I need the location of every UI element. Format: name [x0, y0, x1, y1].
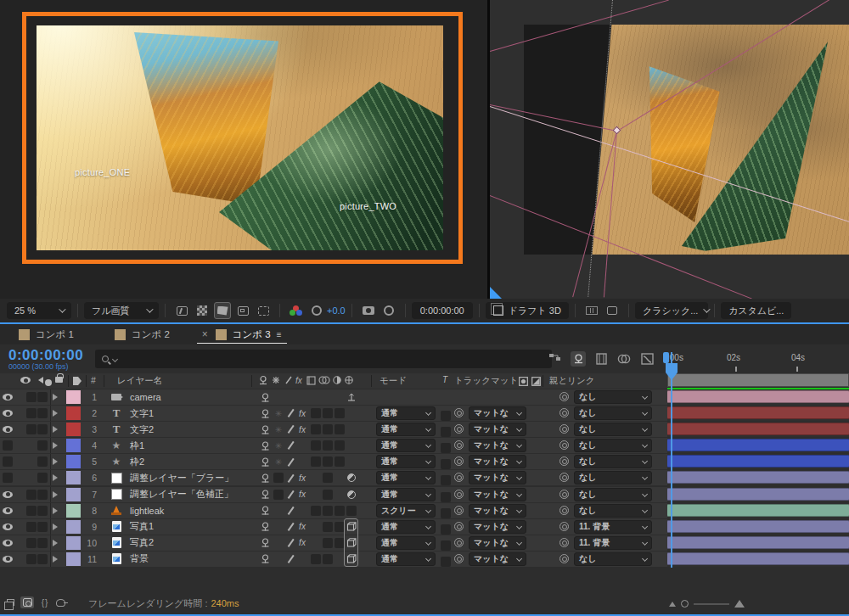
- sun-switch-icon[interactable]: ✳: [273, 440, 284, 451]
- track-matte-column-header[interactable]: トラックマット: [454, 375, 518, 387]
- layer-name[interactable]: camera: [130, 389, 161, 405]
- timeline-layer-bar[interactable]: [667, 439, 849, 451]
- layer-switches[interactable]: fx: [258, 470, 368, 485]
- magnification-dropdown[interactable]: 25 %: [7, 302, 71, 319]
- mode-column-header[interactable]: モード: [380, 375, 407, 387]
- draft-3d-button[interactable]: ドラフト 3D: [486, 302, 569, 319]
- lock-toggle[interactable]: [37, 438, 48, 453]
- well-switch-icon[interactable]: [311, 440, 321, 451]
- matte-pickwhip-icon[interactable]: [454, 440, 464, 450]
- parent-pickwhip-icon[interactable]: [559, 554, 569, 563]
- layer-row[interactable]: 4 ★ 枠1 ✳ 通常 マットな なし: [0, 438, 849, 453]
- video-toggle[interactable]: [3, 438, 13, 453]
- sun-switch-icon[interactable]: ✳: [273, 408, 284, 418]
- layer-row[interactable]: 6 調整レイヤー「ブラー」 fx 通常 マットな なし: [0, 470, 849, 485]
- blend-mode-dropdown[interactable]: 通常: [376, 423, 436, 436]
- timeline-layer-bar[interactable]: [667, 471, 849, 484]
- slash-switch-icon[interactable]: [285, 506, 295, 516]
- well-switch-icon[interactable]: [346, 506, 357, 516]
- parent-dropdown[interactable]: なし: [574, 552, 652, 566]
- close-tab-icon[interactable]: ×: [202, 328, 208, 340]
- label-color-swatch[interactable]: [66, 406, 81, 421]
- custom-3d-view[interactable]: [490, 0, 849, 299]
- expand-arrow-icon[interactable]: [53, 389, 61, 405]
- matte-pickwhip-icon[interactable]: [454, 490, 464, 499]
- shy-switch-icon[interactable]: [260, 538, 270, 548]
- renderer-dropdown[interactable]: クラシック...: [635, 302, 708, 319]
- well-switch-icon[interactable]: [335, 506, 345, 516]
- track-matte-toggle-icon[interactable]: [531, 377, 541, 388]
- graph-editor-icon[interactable]: [639, 351, 655, 367]
- zoom-slider-knob[interactable]: [681, 600, 689, 608]
- resolution-dropdown[interactable]: フル画質: [84, 302, 159, 319]
- exposure-reset-icon[interactable]: [308, 304, 325, 317]
- blend-mode-dropdown[interactable]: 通常: [376, 536, 436, 550]
- in-out-columns-icon[interactable]: { }: [37, 596, 51, 608]
- matte-pickwhip-icon[interactable]: [454, 424, 464, 434]
- expand-arrow-icon[interactable]: [53, 487, 61, 502]
- video-toggle[interactable]: [3, 422, 13, 437]
- timeline-layer-bar[interactable]: [667, 488, 849, 501]
- well-switch-icon[interactable]: [335, 440, 345, 451]
- lock-toggle[interactable]: [37, 552, 48, 567]
- well-switch-icon[interactable]: [323, 506, 333, 516]
- safe-zones-icon[interactable]: [234, 304, 251, 317]
- layer-row[interactable]: 2 T 文字1 ✳fx 通常 マットな なし: [0, 406, 849, 421]
- layer-switches[interactable]: ✳fx: [258, 422, 368, 437]
- layer-row[interactable]: 8 lightleak スクリー マットな なし: [0, 503, 849, 518]
- shy-switch-icon[interactable]: [260, 440, 270, 451]
- solo-toggle[interactable]: [26, 552, 37, 567]
- panel-menu-icon[interactable]: ≡: [277, 330, 282, 339]
- shy-switch-icon[interactable]: [260, 473, 270, 483]
- mask-visibility-icon[interactable]: [214, 302, 231, 319]
- label-color-swatch[interactable]: [66, 454, 81, 469]
- timeline-layer-bar[interactable]: [667, 390, 849, 403]
- expand-arrow-icon[interactable]: [53, 552, 61, 567]
- label-color-swatch[interactable]: [66, 389, 81, 405]
- layer-switches[interactable]: fx: [258, 519, 368, 535]
- parent-pickwhip-icon[interactable]: [559, 456, 569, 466]
- video-toggle[interactable]: [3, 519, 13, 535]
- shy-switch-icon[interactable]: [260, 506, 270, 516]
- track-matte-dropdown[interactable]: マットな: [469, 423, 526, 436]
- layer-name[interactable]: 枠1: [130, 438, 144, 453]
- track-matte-dropdown[interactable]: マットな: [469, 455, 526, 468]
- active-camera-view[interactable]: picture_ONE picture_TWO: [0, 0, 487, 299]
- fast-preview-icon[interactable]: [173, 304, 190, 317]
- well-switch-icon[interactable]: [311, 424, 321, 434]
- blend-mode-dropdown[interactable]: 通常: [376, 439, 436, 452]
- shy-switch-icon[interactable]: [260, 424, 270, 434]
- expand-arrow-icon[interactable]: [53, 535, 61, 551]
- parent-pickwhip-icon[interactable]: [559, 392, 569, 401]
- timeline-layer-bar[interactable]: [667, 423, 849, 435]
- parent-pickwhip-icon[interactable]: [559, 440, 569, 450]
- layer-switches[interactable]: fx: [258, 535, 368, 551]
- axis-switch-icon[interactable]: [346, 392, 357, 402]
- parent-dropdown[interactable]: 11. 背景: [574, 520, 652, 534]
- track-matte-dropdown[interactable]: マットな: [469, 520, 526, 534]
- well-switch-icon[interactable]: [335, 424, 345, 434]
- expand-arrow-icon[interactable]: [53, 503, 61, 518]
- layer-row[interactable]: 11 背景 通常 マットな なし: [0, 552, 849, 567]
- label-color-swatch[interactable]: [66, 470, 81, 485]
- layer-name[interactable]: lightleak: [130, 503, 164, 518]
- fx-switch-icon[interactable]: fx: [297, 408, 307, 418]
- region-of-interest-icon[interactable]: [255, 304, 272, 317]
- layer-name[interactable]: 枠2: [130, 454, 144, 469]
- label-column-icon[interactable]: [73, 377, 82, 387]
- layer-row[interactable]: 10 写真2 fx 通常 マットな 11. 背景: [0, 535, 849, 551]
- timeline-layer-bar[interactable]: [667, 406, 849, 419]
- layer-row[interactable]: 5 ★ 枠2 ✳ 通常 マットな なし: [0, 454, 849, 469]
- parent-pickwhip-icon[interactable]: [559, 473, 569, 482]
- lock-toggle[interactable]: [37, 422, 48, 437]
- well-switch-icon[interactable]: [311, 554, 321, 564]
- layer-switches[interactable]: [258, 552, 368, 567]
- zoom-in-icon[interactable]: [734, 600, 745, 608]
- well-switch-icon[interactable]: [335, 538, 345, 548]
- well-switch-icon[interactable]: [323, 456, 333, 467]
- matte-pickwhip-icon[interactable]: [454, 554, 464, 563]
- lock-column-icon[interactable]: [55, 373, 63, 384]
- parent-dropdown[interactable]: なし: [574, 423, 652, 436]
- track-matte-dropdown[interactable]: マットな: [469, 504, 526, 518]
- slash-switch-icon[interactable]: [285, 456, 295, 467]
